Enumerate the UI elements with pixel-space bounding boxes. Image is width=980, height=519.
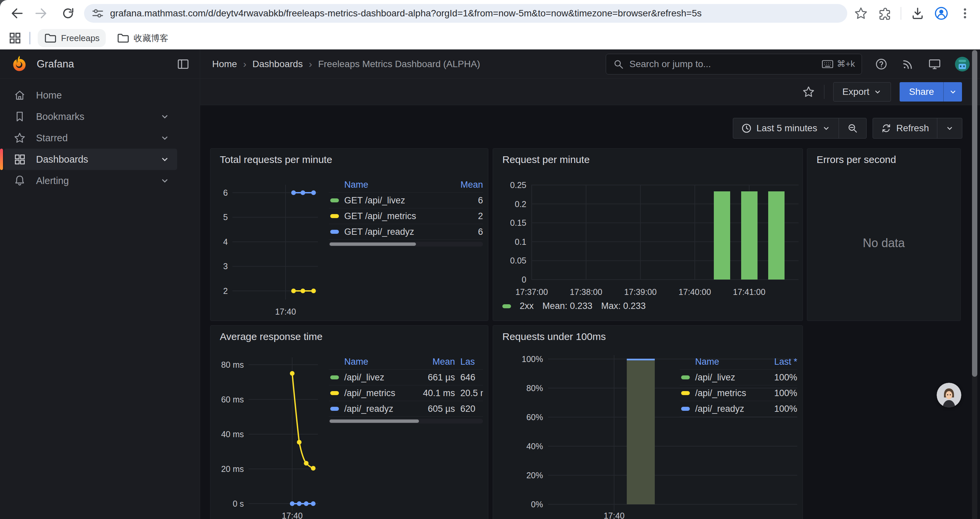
legend-row[interactable]: /api/_livez 661 µs 646 [329, 370, 483, 385]
legend-col-name[interactable]: Name [680, 357, 760, 367]
svg-text:40 ms: 40 ms [221, 430, 244, 439]
brand-title: Grafana [37, 58, 74, 70]
svg-text:0 s: 0 s [233, 499, 244, 508]
series-swatch [330, 230, 339, 234]
address-bar[interactable]: grafana.mathmast.com/d/deytv4rwavabkb/fr… [84, 4, 847, 23]
bookmark-folder-blogs[interactable]: 收藏博客 [110, 29, 175, 47]
series-mean: Mean: 0.233 [542, 301, 592, 311]
chevron-down-icon [949, 88, 957, 96]
profile-icon[interactable] [934, 6, 949, 21]
grafana-logo[interactable] [10, 55, 28, 73]
svg-text:3: 3 [223, 262, 228, 271]
clock-icon [741, 123, 752, 134]
panel-total-requests: Total requests per minute 6 5 4 3 2 [210, 148, 488, 321]
legend-row[interactable]: /api/_readyz 100% [680, 401, 797, 417]
zoom-out-button[interactable] [838, 118, 866, 138]
sidebar-item-home[interactable]: Home [4, 85, 177, 106]
legend-scrollbar[interactable] [329, 242, 483, 246]
sidebar-item-bookmarks[interactable]: Bookmarks [4, 106, 177, 127]
share-menu-chevron[interactable] [943, 82, 962, 102]
panel-average-response-time: Average response time 80 ms 60 ms 40 ms … [210, 325, 488, 519]
breadcrumb-dashboards[interactable]: Dashboards [253, 59, 303, 69]
panel-title[interactable]: Average response time [220, 331, 323, 342]
chevron-down-icon[interactable] [160, 176, 170, 186]
download-icon[interactable] [911, 6, 924, 21]
chevron-down-icon[interactable] [160, 154, 170, 164]
sidebar-item-label: Dashboards [36, 154, 88, 165]
tv-mode-icon[interactable] [928, 57, 941, 71]
legend-row[interactable]: GET /api/_metrics 2 [329, 208, 483, 224]
legend-row[interactable]: /api/_livez 100% [680, 370, 797, 385]
bookmarks-divider [29, 32, 30, 45]
sidebar-item-dashboards[interactable]: Dashboards [4, 149, 177, 170]
user-avatar[interactable] [955, 56, 970, 72]
panel-request-per-minute: Request per minute 0.25 0.2 0.15 [493, 148, 803, 321]
svg-text:17:41:00: 17:41:00 [733, 287, 765, 297]
legend-col-mean[interactable]: Mean [443, 180, 483, 190]
sidebar: Grafana Home Bookmarks Starred [0, 50, 200, 519]
chart-plot[interactable]: 0.25 0.2 0.15 0.1 0.05 0 17:37:00 17:38:… [493, 149, 803, 321]
panel-title[interactable]: Errors per second [816, 154, 896, 165]
legend-row[interactable]: /api/_metrics 40.1 ms 20.5 m [329, 385, 483, 401]
legend-row[interactable]: GET /api/_readyz 6 [329, 224, 483, 240]
export-button[interactable]: Export [833, 82, 891, 102]
help-icon[interactable] [875, 57, 888, 71]
legend-col-last[interactable]: Last * [760, 357, 797, 367]
sidebar-item-alerting[interactable]: Alerting [4, 170, 177, 192]
news-rss-icon[interactable] [901, 57, 915, 71]
breadcrumb-current: Freeleaps Metrics Dashboard (ALPHA) [318, 59, 480, 69]
url-text[interactable]: grafana.mathmast.com/d/deytv4rwavabkb/fr… [110, 8, 702, 19]
chevron-down-icon [822, 124, 830, 133]
page-scrollbar[interactable] [972, 50, 977, 519]
breadcrumb-home[interactable]: Home [212, 59, 237, 69]
legend-scrollbar[interactable] [329, 419, 483, 423]
refresh-icon [881, 123, 892, 134]
apps-grid-icon[interactable] [8, 31, 22, 45]
favorite-star-icon[interactable] [802, 85, 815, 99]
svg-text:20%: 20% [527, 471, 543, 480]
chevron-down-icon [873, 88, 882, 96]
series-name: 2xx [520, 301, 534, 311]
legend-row[interactable]: /api/_metrics 100% [680, 385, 797, 401]
svg-text:100%: 100% [522, 355, 543, 364]
svg-text:6: 6 [223, 188, 228, 197]
legend-row[interactable]: /api/_readyz 605 µs 620 [329, 401, 483, 417]
breadcrumb: Home › Dashboards › Freeleaps Metrics Da… [212, 58, 480, 70]
refresh-button[interactable]: Refresh [873, 118, 937, 138]
chevron-down-icon[interactable] [160, 112, 170, 121]
svg-text:0.05: 0.05 [510, 256, 527, 265]
svg-text:0.15: 0.15 [510, 218, 527, 227]
legend-col-name[interactable]: Name [329, 357, 405, 367]
share-button[interactable]: Share [900, 82, 962, 102]
legend-col-mean[interactable]: Mean [405, 357, 455, 367]
refresh-interval-chevron[interactable] [937, 118, 962, 138]
legend-row[interactable]: GET /api/_livez 6 [329, 193, 483, 208]
bookmark-label: Freeleaps [61, 33, 100, 43]
panel-title[interactable]: Total requests per minute [220, 154, 332, 165]
scrollbar-thumb[interactable] [972, 50, 977, 377]
toolbar-divider [824, 85, 824, 99]
extensions-icon[interactable] [877, 6, 891, 21]
panel-title[interactable]: Request per minute [502, 154, 590, 165]
browser-menu-icon[interactable] [958, 6, 972, 21]
sidebar-item-starred[interactable]: Starred [4, 127, 177, 149]
bookmark-star-icon[interactable] [854, 6, 868, 21]
chevron-down-icon[interactable] [160, 133, 170, 143]
floating-assistant-avatar[interactable] [937, 383, 961, 407]
back-icon[interactable] [9, 6, 23, 21]
collapse-sidebar-icon[interactable] [177, 57, 190, 71]
search-input-box[interactable]: ⌘+k [606, 54, 862, 75]
sidebar-item-label: Alerting [36, 175, 69, 186]
legend[interactable]: 2xx Mean: 0.233 Max: 0.233 [502, 301, 646, 311]
legend-col-name[interactable]: Name [329, 180, 443, 190]
panel-title[interactable]: Requests under 100ms [502, 331, 606, 342]
search-input[interactable] [629, 59, 816, 69]
site-settings-icon[interactable] [91, 6, 105, 21]
svg-text:20 ms: 20 ms [221, 464, 244, 474]
time-range-picker[interactable]: Last 5 minutes [733, 118, 838, 138]
forward-icon[interactable] [35, 6, 49, 21]
bookmark-folder-freeleaps[interactable]: Freeleaps [38, 29, 106, 47]
page-header: Home › Dashboards › Freeleaps Metrics Da… [200, 50, 980, 79]
legend-col-last[interactable]: Las [455, 357, 483, 367]
reload-icon[interactable] [61, 6, 75, 21]
